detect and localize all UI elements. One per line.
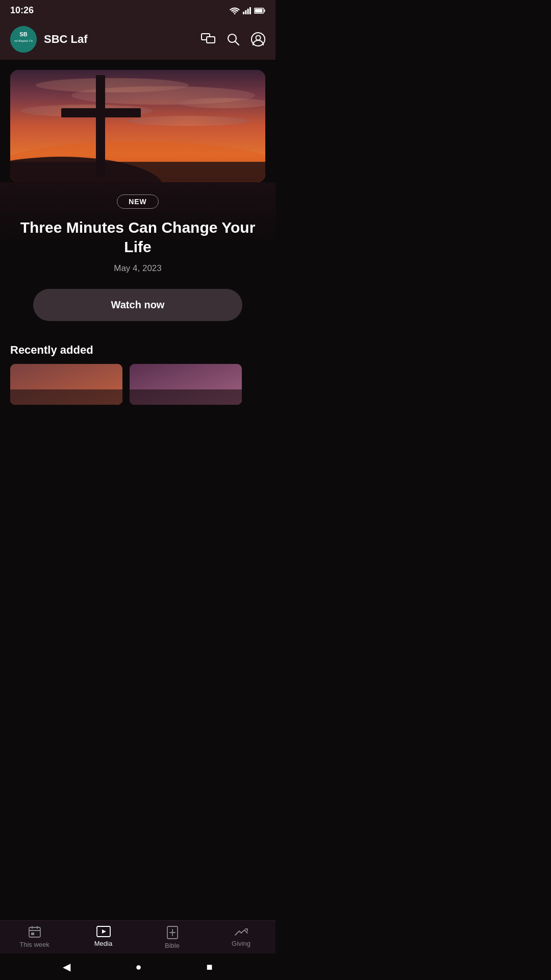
- app-logo: SB nd Baptist Ch: [10, 26, 37, 53]
- svg-point-21: [36, 78, 189, 92]
- svg-rect-7: [255, 9, 263, 12]
- profile-button[interactable]: [251, 32, 265, 46]
- svg-rect-6: [264, 9, 265, 12]
- svg-rect-31: [130, 389, 242, 405]
- svg-point-20: [128, 116, 250, 126]
- svg-rect-25: [61, 108, 141, 117]
- status-bar: 10:26: [0, 0, 276, 19]
- svg-line-14: [235, 41, 239, 45]
- recently-added-section: Recently added: [0, 333, 276, 405]
- svg-text:nd Baptist Ch: nd Baptist Ch: [14, 39, 33, 42]
- recently-card-2[interactable]: [130, 364, 242, 405]
- svg-rect-3: [247, 9, 249, 14]
- messages-button[interactable]: [201, 33, 215, 45]
- svg-rect-29: [10, 389, 122, 405]
- app-title: SBC Laf: [44, 33, 201, 46]
- header: SB nd Baptist Ch SBC Laf: [0, 19, 276, 60]
- recently-added-scroll[interactable]: [10, 364, 265, 405]
- svg-text:SB: SB: [19, 31, 27, 37]
- messages-icon: [201, 33, 215, 45]
- recently-card-1[interactable]: [10, 364, 122, 405]
- sermon-title: Three Minutes Can Change Your Life: [10, 218, 265, 256]
- battery-icon: [254, 8, 265, 14]
- profile-icon: [251, 32, 265, 46]
- signal-icon: [243, 7, 251, 14]
- svg-rect-12: [207, 37, 215, 43]
- status-time: 10:26: [10, 5, 34, 16]
- status-icons: [230, 7, 265, 14]
- search-icon: [227, 33, 240, 46]
- svg-point-16: [256, 36, 261, 40]
- content-section: NEW Three Minutes Can Change Your Life M…: [0, 182, 276, 333]
- svg-rect-2: [245, 10, 246, 14]
- sermon-date: May 4, 2023: [10, 263, 265, 274]
- hero-illustration: [10, 70, 265, 182]
- header-actions: [201, 32, 265, 46]
- recently-added-title: Recently added: [10, 344, 265, 357]
- hero-section: [0, 60, 276, 182]
- new-badge: NEW: [117, 194, 159, 209]
- hero-image: [10, 70, 265, 182]
- wifi-icon: [230, 7, 240, 14]
- hero-image-bg: [10, 70, 265, 182]
- search-button[interactable]: [227, 33, 240, 46]
- watch-now-button[interactable]: Watch now: [33, 289, 242, 321]
- svg-rect-4: [249, 7, 251, 14]
- svg-rect-1: [243, 12, 244, 14]
- svg-point-0: [234, 13, 236, 14]
